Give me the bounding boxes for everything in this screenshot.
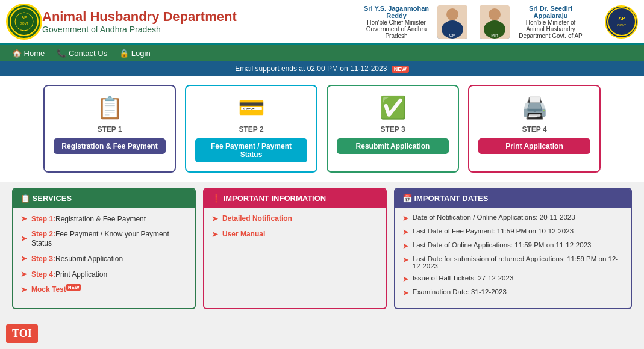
official-1-dept: Government of Andhra Pradesh — [360, 26, 433, 39]
step-1-icon: 📋 — [54, 95, 166, 120]
svg-text:CM: CM — [449, 33, 456, 37]
toi-badge: TOI — [6, 324, 38, 343]
step-2-card[interactable]: 💳 STEP 2 Fee Payment / Payment Status — [185, 85, 317, 173]
date-text-4: Last Date for submission of returned App… — [413, 255, 624, 270]
steps-section: 📋 STEP 1 Registration & Fee Payment 💳 ST… — [0, 76, 644, 182]
dates-header: 📅 IMPORTANT DATES — [395, 189, 631, 208]
arrow-icon-4: ➤ — [20, 269, 28, 279]
info-arrow-2: ➤ — [211, 229, 219, 239]
service-text-1: Registration & Fee Payment — [55, 215, 146, 223]
step-2-label: STEP 2 — [195, 125, 307, 134]
step-4-label: STEP 4 — [478, 125, 590, 134]
officials-section: Sri Y.S. Jaganmohan Reddy Hon'ble Chief … — [360, 5, 638, 39]
date-arrow-2: ➤ — [402, 227, 409, 236]
date-arrow-5: ➤ — [402, 274, 409, 283]
official-2-photo: Min — [480, 5, 510, 39]
service-text-4: Print Application — [55, 270, 107, 279]
official-2-name: Sri Dr. Seediri Appalaraju — [514, 5, 587, 19]
date-item-5: ➤ Issue of Hall Tickets: 27-12-2023 — [402, 274, 624, 283]
contact-link[interactable]: 📞 Contact Us — [57, 49, 107, 58]
svg-text:GOVT: GOVT — [20, 22, 28, 25]
official-2-role: Hon'ble Minister of — [514, 19, 587, 26]
date-item-4: ➤ Last Date for submission of returned A… — [402, 255, 624, 270]
step-3-card[interactable]: ✅ STEP 3 Resubmit Application — [327, 85, 459, 173]
official-2: Min Sri Dr. Seediri Appalaraju Hon'ble M… — [480, 5, 587, 39]
step-1-card[interactable]: 📋 STEP 1 Registration & Fee Payment — [43, 85, 176, 173]
dates-body: ➤ Date of Notification / Online Applicat… — [395, 208, 631, 308]
date-arrow-1: ➤ — [402, 214, 409, 223]
official-1: Sri Y.S. Jaganmohan Reddy Hon'ble Chief … — [360, 5, 467, 39]
mock-test-badge: NEW — [66, 284, 81, 291]
svg-text:Min: Min — [491, 33, 498, 37]
service-item-3: ➤ Step 3:Resubmit Application — [20, 253, 187, 263]
info-link-1[interactable]: Detailed Notification — [222, 214, 292, 223]
svg-point-12 — [608, 8, 636, 36]
step-1-label: STEP 1 — [54, 125, 166, 134]
step-2-button[interactable]: Fee Payment / Payment Status — [195, 138, 307, 162]
date-text-6: Examination Date: 31-12-2023 — [413, 288, 507, 295]
svg-text:AP: AP — [618, 16, 625, 21]
info-header: ❗ IMPORTANT INFORMATION — [204, 189, 386, 208]
arrow-icon-1: ➤ — [20, 214, 28, 223]
step-4-icon: 🖨️ — [478, 95, 590, 120]
official-1-role: Hon'ble Chief Minister — [360, 19, 433, 26]
step-3-icon: ✅ — [337, 95, 449, 120]
content-section: 📋 SERVICES ➤ Step 1:Registration & Fee P… — [0, 182, 644, 318]
info-item-1: ➤ Detailed Notification — [211, 214, 378, 223]
dates-title: 📅 IMPORTANT DATES — [402, 194, 489, 203]
official-1-photo: CM — [437, 5, 467, 39]
date-text-5: Issue of Hall Tickets: 27-12-2023 — [413, 274, 513, 282]
step-4-button[interactable]: Print Application — [478, 138, 590, 154]
svg-point-5 — [446, 8, 458, 20]
services-header: 📋 SERVICES — [13, 189, 195, 208]
alert-text: Email support ends at 02:00 PM on 11-12-… — [235, 64, 387, 73]
step-3-button[interactable]: Resubmit Application — [337, 138, 449, 154]
info-item-2: ➤ User Manual — [211, 229, 378, 239]
date-item-1: ➤ Date of Notification / Online Applicat… — [402, 214, 624, 223]
date-item-3: ➤ Last Date of Online Applications: 11:5… — [402, 241, 624, 250]
date-arrow-3: ➤ — [402, 241, 409, 250]
services-body: ➤ Step 1:Registration & Fee Payment ➤ St… — [13, 208, 195, 306]
ap-emblem: AP GOVT — [605, 5, 638, 39]
svg-text:AP: AP — [22, 16, 27, 19]
info-link-2[interactable]: User Manual — [222, 230, 265, 238]
date-item-6: ➤ Examination Date: 31-12-2023 — [402, 288, 624, 297]
step-4-card[interactable]: 🖨️ STEP 4 Print Application — [468, 85, 601, 173]
service-link-5[interactable]: Mock Test — [31, 286, 66, 294]
govt-name: Government of Andhra Pradesh — [42, 25, 360, 34]
arrow-icon-2: ➤ — [20, 233, 28, 243]
service-link-4[interactable]: Step 4: — [31, 270, 55, 279]
date-text-1: Date of Notification / Online Applicatio… — [413, 214, 575, 221]
login-link[interactable]: 🔒 Login — [119, 49, 150, 58]
info-panel: ❗ IMPORTANT INFORMATION ➤ Detailed Notif… — [203, 188, 387, 309]
official-2-dept: Animal Husbandry Department Govt. of AP — [514, 26, 587, 39]
navigation: 🏠 Home 📞 Contact Us 🔒 Login — [0, 45, 644, 61]
service-item-2: ➤ Step 2:Fee Payment / Know your Payment… — [20, 229, 187, 247]
step-2-icon: 💳 — [195, 95, 307, 120]
info-arrow-1: ➤ — [211, 214, 219, 223]
service-item-5: ➤ Mock TestNEW — [20, 285, 187, 294]
service-text-3: Resubmit Application — [55, 255, 123, 263]
service-link-2[interactable]: Step 2: — [31, 230, 55, 238]
step-3-label: STEP 3 — [337, 125, 449, 134]
official-1-info: Sri Y.S. Jaganmohan Reddy Hon'ble Chief … — [360, 5, 433, 39]
govt-logo: AP GOVT — [6, 4, 42, 40]
arrow-icon-3: ➤ — [20, 253, 28, 263]
arrow-icon-5: ➤ — [20, 285, 28, 294]
home-link[interactable]: 🏠 Home — [12, 49, 45, 58]
service-link-3[interactable]: Step 3: — [31, 255, 55, 263]
header-title: Animal Husbandry Department Government o… — [42, 9, 360, 34]
services-panel: 📋 SERVICES ➤ Step 1:Registration & Fee P… — [12, 188, 196, 309]
alert-bar: Email support ends at 02:00 PM on 11-12-… — [0, 61, 644, 76]
date-arrow-4: ➤ — [402, 255, 409, 264]
service-link-1[interactable]: Step 1: — [31, 215, 55, 223]
svg-point-9 — [489, 8, 501, 20]
info-title: ❗ IMPORTANT INFORMATION — [211, 194, 326, 203]
official-1-name: Sri Y.S. Jaganmohan Reddy — [360, 5, 433, 19]
dates-panel: 📅 IMPORTANT DATES ➤ Date of Notification… — [394, 188, 632, 309]
svg-text:GOVT: GOVT — [617, 23, 625, 27]
step-1-button[interactable]: Registration & Fee Payment — [54, 138, 166, 154]
date-text-3: Last Date of Online Applications: 11:59 … — [413, 241, 592, 249]
header: AP GOVT Animal Husbandry Department Gove… — [0, 0, 644, 45]
official-2-info: Sri Dr. Seediri Appalaraju Hon'ble Minis… — [514, 5, 587, 39]
